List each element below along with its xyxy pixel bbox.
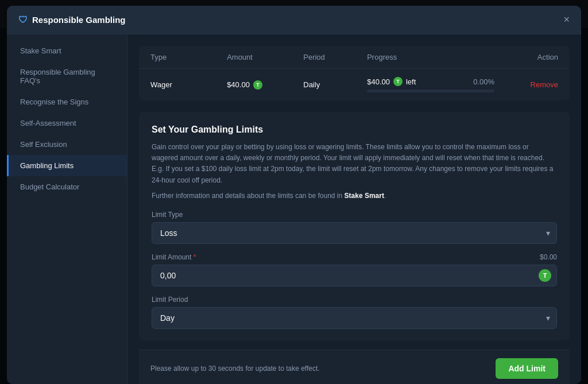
progress-percent: 0.00% — [473, 77, 494, 86]
table-row: Wager $40.00 T Daily $40.00 T — [139, 69, 570, 100]
modal-footer: Please allow up to 30 seconds for update… — [139, 350, 570, 384]
main-content: Type Amount Period Progress Action Wager… — [127, 34, 581, 384]
set-limits-section: Set Your Gambling Limits Gain control ov… — [139, 112, 570, 340]
limit-amount-input-wrapper: T — [152, 265, 557, 286]
col-amount: Amount — [227, 53, 303, 61]
sidebar-item-budget-calculator[interactable]: Budget Calculator — [7, 176, 127, 197]
row-period: Daily — [303, 80, 367, 89]
modal-overlay: 🛡 Responsible Gambling × Stake Smart Res… — [0, 0, 588, 384]
row-progress: $40.00 T left 0.00% — [367, 77, 494, 92]
add-limit-button[interactable]: Add Limit — [496, 358, 558, 379]
sidebar-item-faq[interactable]: Responsible Gambling FAQ's — [7, 61, 127, 91]
limit-amount-input[interactable] — [152, 265, 557, 286]
set-limits-description: Gain control over your play or betting b… — [152, 142, 557, 186]
sidebar-item-recognise[interactable]: Recognise the Signs — [7, 91, 127, 113]
sidebar: Stake Smart Responsible Gambling FAQ's R… — [7, 34, 127, 384]
limits-table: Type Amount Period Progress Action Wager… — [139, 46, 570, 100]
table-header: Type Amount Period Progress Action — [139, 46, 570, 69]
limit-amount-label: Limit Amount * $0.00 — [152, 253, 557, 261]
sidebar-item-stake-smart[interactable]: Stake Smart — [7, 40, 127, 61]
limit-amount-display: $0.00 — [540, 253, 557, 261]
row-type: Wager — [150, 80, 227, 89]
sidebar-item-self-assessment[interactable]: Self-Assessment — [7, 113, 127, 134]
set-limits-title: Set Your Gambling Limits — [152, 125, 557, 135]
progress-bar-bg — [367, 90, 494, 92]
limit-type-group: Limit Type Loss Wager ▾ — [152, 211, 557, 244]
col-progress: Progress — [367, 53, 494, 61]
required-marker: * — [194, 253, 196, 261]
limit-type-select[interactable]: Loss Wager — [152, 222, 557, 244]
amount-coin-icon: T — [253, 80, 262, 90]
limit-period-select[interactable]: Day Week Month — [152, 307, 557, 329]
sidebar-item-gambling-limits[interactable]: Gambling Limits — [7, 155, 127, 176]
limit-amount-group: Limit Amount * $0.00 T — [152, 253, 557, 286]
close-button[interactable]: × — [563, 14, 570, 26]
limit-type-label: Limit Type — [152, 211, 557, 219]
limit-period-label: Limit Period — [152, 296, 557, 304]
footer-note: Please allow up to 30 seconds for update… — [150, 364, 320, 373]
progress-coin-icon: T — [393, 77, 403, 86]
set-limits-further-info: Further information and details about th… — [152, 191, 557, 201]
modal-title: 🛡 Responsible Gambling — [18, 15, 126, 25]
responsible-gambling-modal: 🛡 Responsible Gambling × Stake Smart Res… — [7, 6, 581, 384]
progress-left-label: left — [406, 77, 416, 86]
sidebar-item-self-exclusion[interactable]: Self Exclusion — [7, 134, 127, 155]
modal-title-text: Responsible Gambling — [32, 15, 126, 25]
remove-button[interactable]: Remove — [531, 80, 558, 89]
progress-amount: $40.00 — [367, 77, 390, 86]
stake-smart-link[interactable]: Stake Smart — [345, 192, 384, 200]
col-period: Period — [303, 53, 367, 61]
limit-period-select-wrapper: Day Week Month ▾ — [152, 307, 557, 329]
row-amount: $40.00 T — [227, 80, 303, 90]
shield-icon: 🛡 — [18, 15, 28, 25]
input-coin-icon: T — [539, 269, 551, 282]
limit-period-group: Limit Period Day Week Month ▾ — [152, 296, 557, 329]
col-type: Type — [150, 53, 227, 61]
col-action: Action — [494, 53, 558, 61]
modal-body: Stake Smart Responsible Gambling FAQ's R… — [7, 34, 581, 384]
limit-type-select-wrapper: Loss Wager ▾ — [152, 222, 557, 244]
modal-header: 🛡 Responsible Gambling × — [7, 6, 581, 34]
